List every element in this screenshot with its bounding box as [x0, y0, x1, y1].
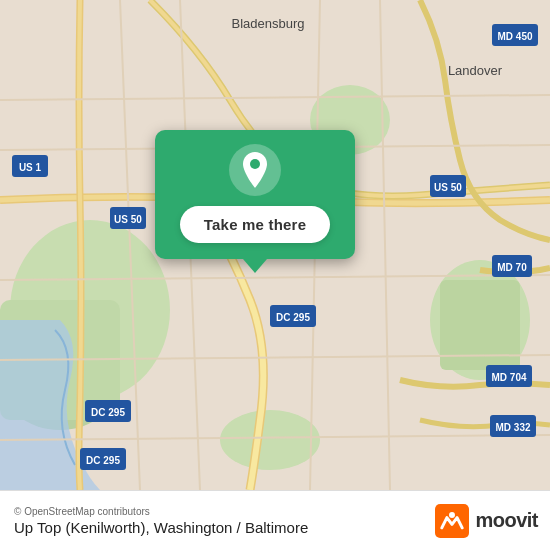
svg-text:DC 295: DC 295 [91, 407, 125, 418]
svg-text:MD 450: MD 450 [497, 31, 532, 42]
take-me-there-button[interactable]: Take me there [180, 206, 330, 243]
svg-text:US 50: US 50 [114, 214, 142, 225]
svg-rect-42 [435, 504, 469, 538]
location-icon-wrap [229, 144, 281, 196]
svg-text:US 1: US 1 [19, 162, 42, 173]
svg-point-43 [449, 512, 455, 518]
svg-text:DC 295: DC 295 [276, 312, 310, 323]
svg-text:MD 332: MD 332 [495, 422, 530, 433]
bottom-bar: © OpenStreetMap contributors Up Top (Ken… [0, 490, 550, 550]
moovit-brand-text: moovit [475, 509, 538, 532]
location-title: Up Top (Kenilworth), Washington / Baltim… [14, 519, 308, 536]
moovit-brand-icon [435, 504, 469, 538]
svg-point-41 [250, 159, 260, 169]
svg-text:Bladensburg: Bladensburg [232, 16, 305, 31]
location-pin-icon [240, 152, 270, 188]
svg-text:US 50: US 50 [434, 182, 462, 193]
svg-text:MD 704: MD 704 [491, 372, 526, 383]
svg-text:MD 70: MD 70 [497, 262, 527, 273]
location-popup: Take me there [155, 130, 355, 259]
svg-text:DC 295: DC 295 [86, 455, 120, 466]
map-attribution: © OpenStreetMap contributors [14, 506, 308, 517]
svg-text:Landover: Landover [448, 63, 503, 78]
svg-point-4 [220, 410, 320, 470]
moovit-logo: moovit [435, 504, 538, 538]
map-container: US 1 US 50 US 50 US 50 DC 295 DC 295 DC … [0, 0, 550, 490]
bottom-left-info: © OpenStreetMap contributors Up Top (Ken… [14, 506, 308, 536]
